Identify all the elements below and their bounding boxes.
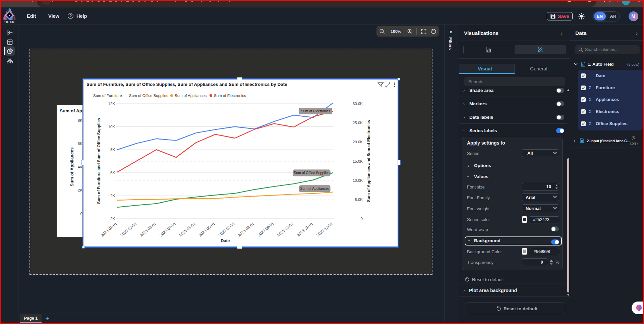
svg-text:2023-12-01: 2023-12-01 [316,221,334,237]
svg-text:Sum of Office Supplies: Sum of Office Supplies [294,171,330,175]
svg-text:2023-05-01: 2023-05-01 [178,221,196,237]
svg-text:Sum of Electronics: Sum of Electronics [214,94,246,98]
svg-text:2023-04-01: 2023-04-01 [159,221,177,237]
svg-text:Sum of Appliances: Sum of Appliances [300,186,330,191]
svg-text:Sum of Electronics: Sum of Electronics [301,109,331,113]
svg-text:15.0K: 15.0K [353,159,363,163]
svg-text:2023-01-01: 2023-01-01 [100,221,118,237]
svg-text:12K: 12K [108,102,115,106]
svg-text:20.0K: 20.0K [353,140,363,144]
svg-text:10.0K: 10.0K [353,178,363,182]
svg-text:25.0K: 25.0K [353,121,363,125]
svg-text:2023-03-01: 2023-03-01 [139,221,157,237]
svg-text:0: 0 [361,217,363,221]
svg-text:2K: 2K [110,217,115,221]
svg-text:10K: 10K [108,125,115,129]
svg-text:Date: Date [221,238,230,243]
svg-text:6K: 6K [110,171,115,175]
svg-text:5.0K: 5.0K [355,198,363,202]
svg-text:2023-07-01: 2023-07-01 [218,221,235,237]
svg-text:2023-02-01: 2023-02-01 [120,221,137,237]
svg-text:2023-06-01: 2023-06-01 [198,221,216,237]
svg-text:30.0K: 30.0K [353,102,363,106]
svg-text:2023-11-01: 2023-11-01 [296,221,314,237]
svg-text:4K: 4K [110,194,115,198]
svg-text:2023-10-01: 2023-10-01 [277,221,294,237]
svg-text:Sum of Appliances and Sum of E: Sum of Appliances and Sum of Electronics [366,120,371,202]
svg-text:Sum of Furniture: Sum of Furniture [93,94,122,98]
svg-text:8K: 8K [110,148,115,152]
svg-text:2023-08-01: 2023-08-01 [237,221,255,237]
svg-text:Sum of Appliances: Sum of Appliances [175,94,207,98]
svg-text:Sum of Office Supplies: Sum of Office Supplies [129,94,168,98]
svg-text:2023-09-01: 2023-09-01 [257,221,275,237]
svg-text:Sum of Furniture, Sum of Offic: Sum of Furniture, Sum of Office Supplies… [86,82,287,87]
svg-text:PRISM: PRISM [4,20,15,23]
svg-text:Sum of Furniture and Sum of Of: Sum of Furniture and Sum of Office Suppl… [97,118,101,204]
